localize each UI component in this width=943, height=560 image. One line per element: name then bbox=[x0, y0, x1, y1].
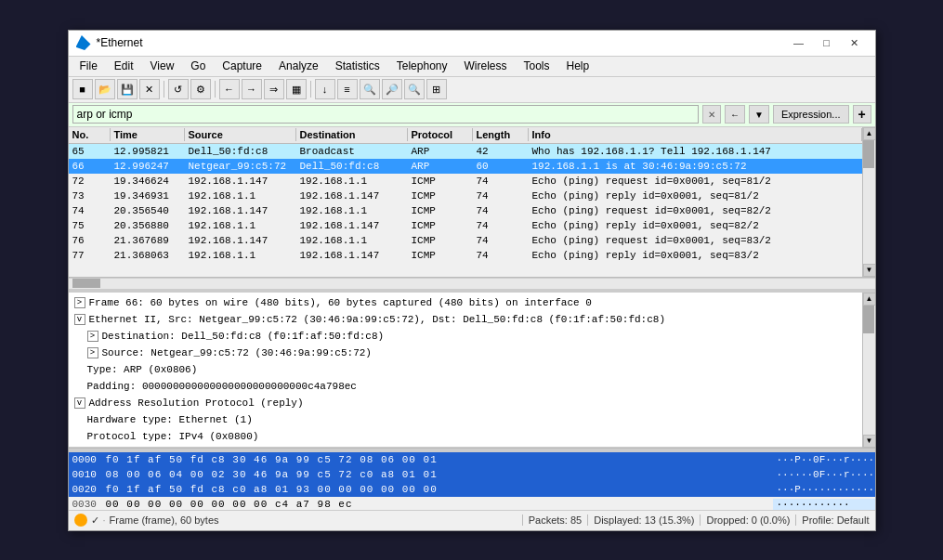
toolbar-down[interactable]: ↓ bbox=[315, 79, 335, 99]
toolbar-back[interactable]: ← bbox=[219, 79, 240, 99]
menu-go[interactable]: Go bbox=[183, 58, 213, 74]
maximize-button[interactable]: □ bbox=[814, 33, 840, 53]
scrollbar-thumb[interactable] bbox=[863, 140, 874, 168]
detail-expand-icon[interactable]: > bbox=[87, 331, 98, 342]
table-cell: Echo (ping) reply id=0x0001, seq=83/2 bbox=[529, 250, 862, 261]
scrollbar-up-arrow[interactable]: ▲ bbox=[863, 127, 875, 140]
filter-clear-button[interactable]: ✕ bbox=[702, 105, 721, 124]
toolbar-new-capture[interactable]: ■ bbox=[72, 79, 93, 99]
table-row[interactable]: 6612.996247Netgear_99:c5:72Dell_50:fd:c8… bbox=[69, 159, 862, 174]
filter-next-button[interactable]: ▼ bbox=[749, 105, 769, 124]
hex-offset: 0010 bbox=[69, 469, 102, 480]
detail-row[interactable]: >Frame 66: 60 bytes on wire (480 bits), … bbox=[69, 294, 862, 311]
toolbar-up[interactable]: ≡ bbox=[337, 79, 358, 99]
toolbar-save[interactable]: 💾 bbox=[117, 79, 138, 99]
table-cell: 192.168.1.1 bbox=[296, 176, 408, 187]
filter-input[interactable] bbox=[72, 105, 699, 124]
status-sep-1: · bbox=[103, 514, 106, 526]
title-bar: *Ethernet — □ ✕ bbox=[69, 31, 875, 57]
table-cell: 42 bbox=[473, 146, 529, 157]
hex-row[interactable]: 001008 00 06 04 00 02 30 46 9a 99 c5 72 … bbox=[69, 467, 875, 482]
menu-edit[interactable]: Edit bbox=[107, 58, 141, 74]
toolbar-zoom-reset[interactable]: 🔍 bbox=[404, 79, 425, 99]
detail-scrollbar[interactable]: ▲ ▼ bbox=[862, 293, 875, 448]
table-row[interactable]: 6512.995821Dell_50:fd:c8BroadcastARP42Wh… bbox=[69, 144, 862, 159]
detail-row[interactable]: >Source: Netgear_99:c5:72 (30:46:9a:99:c… bbox=[69, 345, 862, 361]
hex-row[interactable]: 0000f0 1f af 50 fd c8 30 46 9a 99 c5 72 … bbox=[69, 452, 875, 467]
menu-wireless[interactable]: Wireless bbox=[456, 58, 514, 74]
toolbar-find[interactable]: ▦ bbox=[286, 79, 307, 99]
status-icon bbox=[74, 514, 87, 527]
menu-view[interactable]: View bbox=[143, 58, 182, 74]
detail-text: Source: Netgear_99:c5:72 (30:46:9a:99:c5… bbox=[102, 345, 372, 360]
filter-plus-button[interactable]: + bbox=[853, 105, 871, 124]
table-row[interactable]: 7219.346624192.168.1.147192.168.1.1ICMP7… bbox=[69, 174, 862, 189]
hex-ascii: ······0F···r···· bbox=[773, 469, 875, 480]
toolbar-capture-filter[interactable]: ⚙ bbox=[190, 79, 211, 99]
table-row[interactable]: 7319.346931192.168.1.1192.168.1.147ICMP7… bbox=[69, 189, 862, 203]
detail-row[interactable]: Padding: 000000000000000000000000000c4a7… bbox=[69, 378, 862, 395]
table-cell: 75 bbox=[69, 220, 111, 231]
menu-help[interactable]: Help bbox=[559, 58, 597, 74]
detail-row[interactable]: >Destination: Dell_50:fd:c8 (f0:1f:af:50… bbox=[69, 328, 862, 345]
packet-main: No. Time Source Destination Protocol Len… bbox=[69, 127, 862, 277]
detail-scrollbar-track[interactable] bbox=[863, 306, 875, 435]
menu-telephony[interactable]: Telephony bbox=[389, 58, 455, 74]
hex-bytes: f0 1f af 50 fd c8 c0 a8 01 93 00 00 00 0… bbox=[102, 484, 773, 495]
toolbar-forward[interactable]: → bbox=[242, 79, 262, 99]
col-header-length: Length bbox=[473, 128, 529, 141]
menu-analyze[interactable]: Analyze bbox=[271, 58, 326, 74]
detail-row[interactable]: vEthernet II, Src: Netgear_99:c5:72 (30:… bbox=[69, 311, 862, 328]
col-header-info: Info bbox=[529, 128, 862, 141]
close-button[interactable]: ✕ bbox=[842, 33, 868, 53]
toolbar-zoom-out[interactable]: 🔎 bbox=[382, 79, 402, 99]
detail-expand-icon[interactable]: v bbox=[74, 397, 85, 409]
table-row[interactable]: 7520.356880192.168.1.1192.168.1.147ICMP7… bbox=[69, 218, 862, 233]
toolbar-reload[interactable]: ↺ bbox=[168, 79, 189, 99]
toolbar-resize-cols[interactable]: ⊞ bbox=[426, 79, 447, 99]
packet-list-header: No. Time Source Destination Protocol Len… bbox=[69, 127, 862, 144]
scrollbar-down-arrow[interactable]: ▼ bbox=[863, 264, 875, 277]
detail-scrollbar-down[interactable]: ▼ bbox=[863, 435, 875, 448]
toolbar-open[interactable]: 📂 bbox=[95, 79, 115, 99]
detail-row[interactable]: Type: ARP (0x0806) bbox=[69, 361, 862, 378]
toolbar-sep-3 bbox=[310, 81, 311, 98]
hex-row[interactable]: 0020f0 1f af 50 fd c8 c0 a8 01 93 00 00 … bbox=[69, 482, 875, 497]
toolbar-close[interactable]: ✕ bbox=[139, 79, 160, 99]
toolbar-zoom-in[interactable]: 🔍 bbox=[360, 79, 380, 99]
filter-prev-button[interactable]: ← bbox=[725, 105, 745, 124]
detail-scrollbar-up[interactable]: ▲ bbox=[863, 293, 875, 306]
detail-row[interactable]: Hardware size: 6 bbox=[69, 445, 862, 448]
menu-capture[interactable]: Capture bbox=[215, 58, 269, 74]
table-cell: Echo (ping) request id=0x0001, seq=83/2 bbox=[529, 235, 862, 246]
menu-file[interactable]: File bbox=[72, 58, 105, 74]
toolbar-goto[interactable]: ⇒ bbox=[264, 79, 284, 99]
detail-row[interactable]: Protocol type: IPv4 (0x0800) bbox=[69, 428, 862, 445]
table-row[interactable]: 7721.368063192.168.1.1192.168.1.147ICMP7… bbox=[69, 248, 862, 263]
scrollbar-track[interactable] bbox=[863, 140, 875, 264]
detail-text: Type: ARP (0x0806) bbox=[87, 362, 198, 377]
packet-list-scrollbar[interactable]: ▲ ▼ bbox=[862, 127, 875, 277]
hscroll-thumb[interactable] bbox=[72, 279, 100, 288]
detail-expand-icon[interactable]: > bbox=[87, 347, 98, 358]
table-cell: ICMP bbox=[408, 235, 473, 246]
toolbar-sep-2 bbox=[215, 81, 216, 98]
table-cell: ICMP bbox=[408, 220, 473, 231]
menu-tools[interactable]: Tools bbox=[517, 58, 557, 74]
table-row[interactable]: 7621.367689192.168.1.147192.168.1.1ICMP7… bbox=[69, 233, 862, 248]
hex-row[interactable]: 003000 00 00 00 00 00 00 00 c4 a7 98 ec·… bbox=[69, 497, 875, 510]
detail-expand-icon[interactable]: > bbox=[74, 297, 85, 308]
hex-offset: 0020 bbox=[69, 484, 102, 495]
table-row[interactable]: 7420.356540192.168.1.147192.168.1.1ICMP7… bbox=[69, 203, 862, 218]
table-cell: 192.168.1.1 bbox=[296, 205, 408, 216]
detail-expand-icon[interactable]: v bbox=[74, 314, 85, 325]
menu-statistics[interactable]: Statistics bbox=[328, 58, 387, 74]
minimize-button[interactable]: — bbox=[786, 33, 812, 53]
detail-row[interactable]: vAddress Resolution Protocol (reply) bbox=[69, 395, 862, 411]
col-header-time: Time bbox=[111, 128, 185, 141]
table-cell: 192.168.1.147 bbox=[296, 190, 408, 202]
packet-list-hscroll[interactable] bbox=[69, 278, 875, 289]
filter-expression-button[interactable]: Expression... bbox=[773, 105, 849, 124]
detail-scrollbar-thumb[interactable] bbox=[863, 306, 874, 333]
detail-row[interactable]: Hardware type: Ethernet (1) bbox=[69, 411, 862, 428]
